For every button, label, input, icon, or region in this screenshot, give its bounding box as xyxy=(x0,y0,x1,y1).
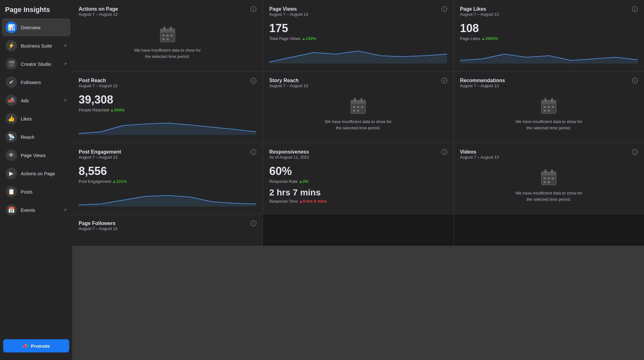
card-story-reach-title: Story Reach xyxy=(269,78,308,83)
card-page-followers-title-group: Page Followers August 7 – August 13 xyxy=(79,221,118,235)
svg-rect-8 xyxy=(166,38,169,40)
card-page-views-title-group: Page Views August 7 – August 13 xyxy=(269,6,308,20)
card-empty-2 xyxy=(454,214,644,246)
card-videos-insufficient-text: We have insufficient data to show forthe… xyxy=(515,190,582,202)
sidebar-item-label-business-suite: Business Suite xyxy=(21,43,62,48)
business-suite-icon: ⚡ xyxy=(6,40,17,51)
svg-rect-39 xyxy=(548,181,550,183)
card-post-engagement-info-icon[interactable]: i xyxy=(251,149,256,155)
card-videos-header: Videos August 7 – August 13 i xyxy=(460,149,638,163)
svg-rect-17 xyxy=(357,106,359,108)
svg-rect-37 xyxy=(552,177,554,179)
sidebar-item-business-suite[interactable]: ⚡ Business Suite ↗ xyxy=(2,37,70,54)
svg-rect-34 xyxy=(551,169,553,173)
sidebar-item-events[interactable]: 📅 Events ↗ xyxy=(2,201,70,219)
card-page-likes-number: 108 xyxy=(460,22,638,35)
card-story-reach-title-group: Story Reach August 7 – August 13 xyxy=(269,78,308,92)
card-actions-on-page: Actions on Page August 7 – August 13 i W… xyxy=(72,0,263,71)
card-page-views-number: 175 xyxy=(269,22,447,35)
external-icon-ads: ↗ xyxy=(64,98,67,103)
calendar-icon-story-reach xyxy=(349,97,367,115)
sidebar-item-label-page-views: Page Views xyxy=(21,153,67,158)
card-page-views-info-icon[interactable]: i xyxy=(441,6,447,12)
sidebar-item-label-reach: Reach xyxy=(21,134,67,140)
card-page-followers-info-icon[interactable]: i xyxy=(251,221,256,226)
svg-marker-9 xyxy=(269,51,447,64)
svg-rect-25 xyxy=(544,106,546,108)
card-videos-info-icon[interactable]: i xyxy=(632,149,638,155)
insights-grid: Actions on Page August 7 – August 13 i W… xyxy=(72,0,644,360)
svg-rect-5 xyxy=(166,35,169,37)
svg-rect-26 xyxy=(548,106,550,108)
card-responsiveness-title-group: Responsiveness As of August 11, 2021 xyxy=(269,149,309,163)
card-actions-header: Actions on Page August 7 – August 13 i xyxy=(79,6,256,20)
sidebar-item-posts[interactable]: 📋 Posts xyxy=(2,183,70,200)
card-recommendations: Recommendations August 7 – August 13 i W… xyxy=(454,71,644,143)
card-post-engagement-title: Post Engagement xyxy=(79,149,121,155)
svg-rect-19 xyxy=(353,110,355,112)
svg-rect-23 xyxy=(545,98,546,102)
card-story-reach-info-icon[interactable]: i xyxy=(441,78,447,83)
card-post-engagement-sub: Post Engagement ▲131% xyxy=(79,179,256,184)
card-empty-1 xyxy=(263,214,453,246)
card-page-likes-info-icon[interactable]: i xyxy=(632,6,638,12)
card-recommendations-info-icon[interactable]: i xyxy=(632,78,638,83)
svg-marker-30 xyxy=(79,195,256,206)
sidebar: Page Insights 📊 Overview ⚡ Business Suit… xyxy=(0,0,72,360)
card-recommendations-header: Recommendations August 7 – August 13 i xyxy=(460,78,638,92)
svg-rect-1 xyxy=(160,29,175,32)
card-post-reach-sub: People Reached ▲204% xyxy=(79,108,256,112)
ads-icon: 📣 xyxy=(6,95,17,106)
creator-studio-icon: 🎬 xyxy=(6,58,17,70)
svg-rect-24 xyxy=(551,98,553,102)
sidebar-item-reach[interactable]: 📡 Reach xyxy=(2,128,70,146)
card-responsiveness-date: As of August 11, 2021 xyxy=(269,155,309,160)
svg-rect-13 xyxy=(351,100,366,104)
svg-rect-22 xyxy=(541,100,556,104)
svg-rect-20 xyxy=(357,110,359,112)
card-videos-title-group: Videos August 7 – August 13 xyxy=(460,149,499,163)
sidebar-item-creator-studio[interactable]: 🎬 Creator Studio ↗ xyxy=(2,55,70,73)
svg-rect-28 xyxy=(544,110,546,112)
card-page-views-date: August 7 – August 13 xyxy=(269,12,308,17)
promote-button[interactable]: 📣 Promote xyxy=(3,339,69,352)
card-post-reach-info-icon[interactable]: i xyxy=(251,78,256,83)
card-responsiveness-info-icon[interactable]: i xyxy=(441,149,447,155)
card-page-followers-title: Page Followers xyxy=(79,221,118,226)
page-views-trend: ▲150% xyxy=(302,36,316,41)
sidebar-item-followers[interactable]: ✔ Followers xyxy=(2,73,70,91)
card-page-likes-header: Page Likes August 7 – August 13 i xyxy=(460,6,638,20)
card-responsiveness-time-sub: Response Time ▲0 hrs 0 mins xyxy=(269,199,447,204)
card-post-reach-title-group: Post Reach August 7 – August 13 xyxy=(79,78,118,92)
card-actions-title-group: Actions on Page August 7 – August 13 xyxy=(79,6,118,20)
sidebar-item-label-posts: Posts xyxy=(21,189,67,194)
card-recommendations-title-group: Recommendations August 7 – August 13 xyxy=(460,78,505,92)
card-responsiveness-time: 2 hrs 7 mins xyxy=(269,188,447,198)
card-post-engagement-title-group: Post Engagement August 7 – August 13 xyxy=(79,149,121,163)
card-post-engagement-chart xyxy=(79,188,256,206)
card-page-followers: Page Followers August 7 – August 13 i xyxy=(72,214,263,246)
svg-rect-4 xyxy=(162,35,164,37)
card-page-views: Page Views August 7 – August 13 i 175 To… xyxy=(263,0,453,71)
card-recommendations-date: August 7 – August 13 xyxy=(460,83,505,88)
sidebar-item-actions-on-page[interactable]: ▶ Actions on Page xyxy=(2,165,70,182)
sidebar-item-likes[interactable]: 👍 Likes xyxy=(2,110,70,127)
sidebar-item-label-actions-on-page: Actions on Page xyxy=(21,171,67,176)
card-page-likes-title-group: Page Likes August 7 – August 13 xyxy=(460,6,499,20)
promote-label: Promote xyxy=(31,343,50,349)
svg-rect-18 xyxy=(361,106,363,108)
card-responsiveness-rate: 60% xyxy=(269,165,447,178)
svg-rect-3 xyxy=(170,26,172,30)
card-post-reach-title: Post Reach xyxy=(79,78,118,83)
svg-rect-33 xyxy=(545,169,546,173)
card-actions-info-icon[interactable]: i xyxy=(251,6,256,12)
sidebar-item-label-events: Events xyxy=(21,207,62,213)
card-post-reach-header: Post Reach August 7 – August 13 i xyxy=(79,78,256,92)
card-recommendations-title: Recommendations xyxy=(460,78,505,83)
followers-icon: ✔ xyxy=(6,76,17,88)
sidebar-item-page-views[interactable]: 👁 Page Views xyxy=(2,146,70,164)
sidebar-item-ads[interactable]: 📣 Ads ↗ xyxy=(2,92,70,109)
card-post-reach-number: 39,308 xyxy=(79,93,256,106)
card-post-reach-date: August 7 – August 13 xyxy=(79,83,118,88)
sidebar-item-overview[interactable]: 📊 Overview xyxy=(2,19,70,36)
